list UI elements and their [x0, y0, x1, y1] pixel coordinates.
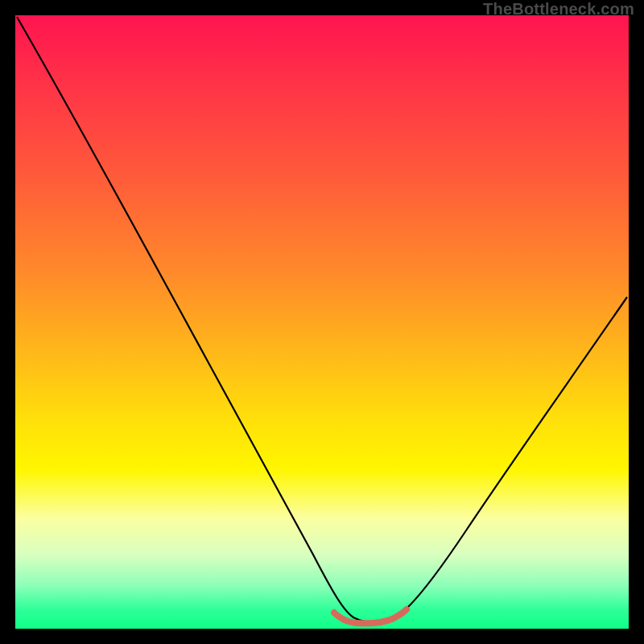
plot-area	[15, 15, 629, 629]
watermark: TheBottleneck.com	[483, 0, 634, 19]
bottleneck-curve	[17, 17, 627, 622]
chart-frame: TheBottleneck.com	[0, 0, 644, 644]
plot-svg	[15, 15, 629, 629]
flat-bottom-highlight	[334, 609, 407, 623]
